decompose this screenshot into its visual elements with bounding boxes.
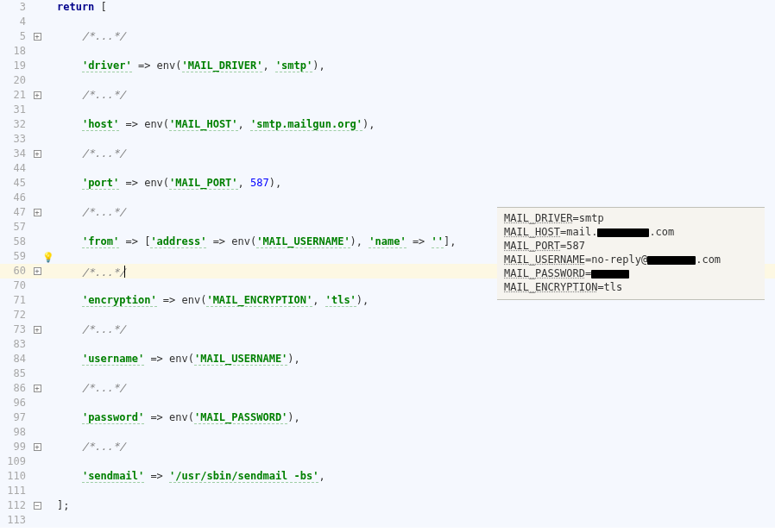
code-line[interactable]: 73+ /*...*/ — [0, 322, 775, 337]
code-line[interactable]: 31 — [0, 103, 775, 117]
code-content[interactable]: /*...*/ — [55, 147, 125, 161]
fold-expand-icon[interactable]: + — [34, 443, 41, 451]
line-number: 112 — [0, 498, 31, 513]
code-line[interactable]: 98 — [0, 425, 775, 440]
code-line[interactable]: 111 — [0, 484, 775, 498]
fold-gutter[interactable]: + — [31, 29, 43, 44]
code-content[interactable] — [55, 484, 57, 498]
code-content[interactable] — [55, 513, 57, 528]
code-content[interactable] — [55, 103, 57, 117]
token-op: => — [406, 235, 432, 247]
code-line[interactable]: 21+ /*...*/ — [0, 88, 775, 103]
code-content[interactable] — [55, 337, 57, 352]
fold-collapse-icon[interactable]: − — [34, 502, 41, 510]
fold-gutter[interactable]: + — [31, 264, 43, 279]
code-content[interactable]: /*...*/ — [55, 322, 125, 337]
code-content[interactable]: 'port' => env('MAIL_PORT', 587), — [55, 176, 281, 191]
code-content[interactable]: /*...*/ — [55, 440, 125, 454]
fold-expand-icon[interactable]: + — [34, 385, 41, 392]
marks-gutter — [43, 440, 55, 454]
env-row: MAIL_PORT=587 — [504, 239, 758, 253]
token-punc: env( — [182, 294, 207, 306]
fold-gutter[interactable]: + — [31, 88, 43, 103]
code-line[interactable]: 86+ /*...*/ — [0, 381, 775, 396]
fold-expand-icon[interactable]: + — [34, 209, 41, 216]
fold-gutter[interactable]: + — [31, 322, 43, 337]
code-content[interactable] — [55, 366, 57, 381]
code-line[interactable]: 4 — [0, 15, 775, 29]
line-number: 32 — [0, 117, 31, 132]
code-content[interactable] — [55, 132, 57, 147]
code-line[interactable]: 113 — [0, 513, 775, 528]
code-line[interactable]: 96 — [0, 396, 775, 410]
token-str: '' — [432, 235, 444, 248]
env-key: MAIL_DRIVER — [504, 212, 572, 224]
code-content[interactable] — [55, 44, 57, 59]
fold-gutter[interactable]: + — [31, 205, 43, 220]
code-line[interactable]: 33 — [0, 132, 775, 147]
code-line[interactable]: 72 — [0, 308, 775, 322]
fold-expand-icon[interactable]: + — [34, 150, 41, 158]
code-content[interactable]: /*...*/ — [55, 88, 125, 103]
code-line[interactable]: 5+ /*...*/ — [0, 29, 775, 44]
code-content[interactable]: return [ — [55, 0, 107, 15]
code-content[interactable]: /*...*/ — [55, 205, 125, 220]
line-number: 3 — [0, 0, 31, 15]
token-op: => — [144, 353, 169, 365]
code-content[interactable]: 'host' => env('MAIL_HOST', 'smtp.mailgun… — [55, 117, 375, 132]
code-line[interactable]: 18 — [0, 44, 775, 59]
fold-expand-icon[interactable]: + — [34, 33, 41, 41]
code-content[interactable]: /*...*/ — [55, 381, 125, 396]
code-line[interactable]: 44 — [0, 161, 775, 176]
code-content[interactable]: 'from' => ['address' => env('MAIL_USERNA… — [55, 235, 456, 249]
code-content[interactable]: /*...*/ — [55, 264, 125, 279]
code-line[interactable]: 19 'driver' => env('MAIL_DRIVER', 'smtp'… — [0, 59, 775, 73]
fold-expand-icon[interactable]: + — [34, 326, 41, 334]
code-line[interactable]: 97 'password' => env('MAIL_PASSWORD'), — [0, 410, 775, 425]
code-content[interactable]: 'driver' => env('MAIL_DRIVER', 'smtp'), — [55, 59, 325, 73]
code-content[interactable] — [55, 15, 57, 29]
code-line[interactable]: 84 'username' => env('MAIL_USERNAME'), — [0, 352, 775, 366]
code-content[interactable] — [55, 308, 57, 322]
fold-expand-icon[interactable]: + — [34, 91, 41, 99]
fold-gutter[interactable]: − — [31, 498, 43, 513]
marks-gutter — [43, 410, 55, 425]
code-content[interactable] — [55, 425, 57, 440]
fold-gutter[interactable]: + — [31, 381, 43, 396]
code-content[interactable]: 'password' => env('MAIL_PASSWORD'), — [55, 410, 300, 425]
code-line[interactable]: 32 'host' => env('MAIL_HOST', 'smtp.mail… — [0, 117, 775, 132]
code-line[interactable]: 85 — [0, 366, 775, 381]
code-line[interactable]: 109 — [0, 454, 775, 469]
fold-gutter[interactable]: + — [31, 147, 43, 161]
code-content[interactable] — [55, 279, 57, 293]
line-number: 113 — [0, 513, 31, 528]
code-line[interactable]: 46 — [0, 191, 775, 205]
code-content[interactable] — [55, 191, 57, 205]
code-content[interactable]: ]; — [55, 498, 69, 513]
token-str: 'driver' — [82, 59, 132, 72]
code-content[interactable]: 'encryption' => env('MAIL_ENCRYPTION', '… — [55, 293, 369, 308]
code-line[interactable]: 20 — [0, 73, 775, 88]
code-content[interactable]: 'username' => env('MAIL_USERNAME'), — [55, 352, 300, 366]
code-content[interactable]: /*...*/ — [55, 29, 125, 44]
code-content[interactable] — [55, 454, 57, 469]
fold-gutter[interactable]: + — [31, 440, 43, 454]
code-content[interactable] — [55, 73, 57, 88]
line-number: 86 — [0, 381, 31, 396]
code-line[interactable]: 99+ /*...*/ — [0, 440, 775, 454]
token-cm: /*...*/ — [82, 266, 126, 279]
token-op: => — [132, 59, 157, 72]
code-line[interactable]: 45 'port' => env('MAIL_PORT', 587), — [0, 176, 775, 191]
code-line[interactable]: 112−]; — [0, 498, 775, 513]
code-line[interactable]: 34+ /*...*/ — [0, 147, 775, 161]
code-content[interactable] — [55, 249, 57, 264]
code-content[interactable] — [55, 396, 57, 410]
code-line[interactable]: 83 — [0, 337, 775, 352]
code-content[interactable] — [55, 220, 57, 235]
code-content[interactable]: 'sendmail' => '/usr/sbin/sendmail -bs', — [55, 469, 325, 484]
code-line[interactable]: 110 'sendmail' => '/usr/sbin/sendmail -b… — [0, 469, 775, 484]
code-line[interactable]: 3return [ — [0, 0, 775, 15]
lightbulb-icon[interactable]: 💡 — [42, 252, 54, 263]
fold-expand-icon[interactable]: + — [34, 267, 41, 275]
code-content[interactable] — [55, 161, 57, 176]
